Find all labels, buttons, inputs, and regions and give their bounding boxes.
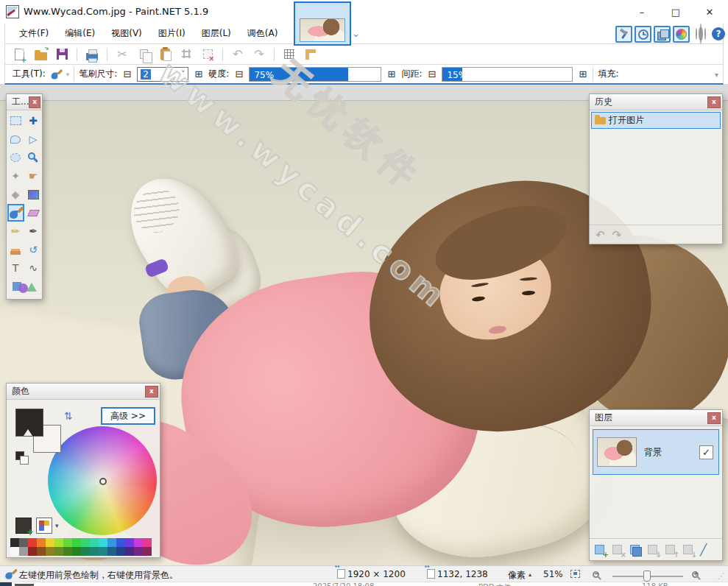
color-wheel-selector[interactable]	[99, 478, 107, 485]
palette-swatch[interactable]	[63, 547, 72, 556]
palette-swatch[interactable]	[72, 538, 81, 547]
spacing-increase-button[interactable]: ⊞	[577, 68, 588, 80]
swap-colors-icon[interactable]: ⇅	[64, 410, 73, 422]
palette-swatch[interactable]	[99, 547, 107, 556]
print-button[interactable]	[84, 46, 100, 63]
save-button[interactable]	[54, 46, 70, 63]
maximize-button[interactable]: □	[659, 0, 693, 24]
menu-item-0[interactable]: 文件(F)	[11, 24, 57, 43]
zoom-slider-thumb[interactable]	[643, 571, 651, 582]
palette-swatch[interactable]	[63, 538, 72, 547]
advanced-colors-button[interactable]: 高级 >>	[101, 407, 155, 425]
redo-button[interactable]: ↷	[251, 46, 267, 63]
close-button[interactable]: ✕	[693, 0, 727, 24]
primary-color-swatch[interactable]	[15, 409, 43, 437]
lasso-select-tool[interactable]	[7, 130, 24, 148]
current-tool-brush-icon[interactable]	[51, 69, 60, 79]
reset-colors-icon[interactable]	[15, 451, 24, 460]
palette-swatch[interactable]	[116, 547, 125, 556]
palette-swatch[interactable]	[54, 538, 63, 547]
paintbrush-tool[interactable]	[7, 204, 24, 222]
palette-swatch[interactable]	[19, 547, 28, 556]
layer-visibility-checkbox[interactable]: ✓	[699, 445, 713, 459]
paint-bucket-tool[interactable]: ◆	[7, 186, 24, 203]
shapes-tool[interactable]	[7, 278, 42, 295]
menu-item-1[interactable]: 编辑(E)	[57, 24, 103, 43]
palette-swatch[interactable]	[81, 547, 90, 556]
minimize-button[interactable]: –	[625, 0, 659, 24]
fit-window-button[interactable]	[570, 569, 580, 579]
palette-swatch[interactable]	[54, 547, 63, 556]
palette-swatch[interactable]	[99, 538, 107, 547]
crop-button[interactable]	[178, 46, 194, 63]
copy-button[interactable]	[135, 46, 152, 63]
palette-swatch[interactable]	[10, 547, 19, 556]
eraser-tool[interactable]	[25, 204, 42, 222]
duplicate-layer-button[interactable]	[629, 543, 643, 557]
color-picker-tool[interactable]: ✒	[25, 222, 42, 240]
add-color-button[interactable]	[15, 518, 32, 534]
palette-swatch[interactable]	[143, 547, 152, 556]
unit-selector[interactable]: 像素▴	[508, 569, 531, 582]
image-tab[interactable]	[294, 1, 351, 46]
history-undo-button[interactable]: ↶	[596, 228, 605, 241]
tools-panel-toggle[interactable]	[615, 26, 632, 43]
spacing-slider[interactable]: 15%	[442, 67, 573, 82]
zoom-tool[interactable]	[25, 149, 42, 166]
ellipse-select-tool[interactable]	[7, 149, 24, 166]
pan-tool[interactable]: ☛	[25, 167, 42, 185]
palette-swatch[interactable]	[134, 547, 143, 556]
layers-panel-toggle[interactable]	[654, 26, 671, 43]
add-layer-button[interactable]: +	[594, 543, 608, 557]
palette-swatch[interactable]	[116, 538, 125, 547]
layer-row-background[interactable]: 背景 ✓	[593, 429, 719, 475]
palette-button[interactable]	[36, 518, 52, 534]
palette-swatch[interactable]	[134, 538, 143, 547]
toolbar-overflow-chevron-icon[interactable]: ▾	[715, 71, 718, 79]
palette-swatch[interactable]	[81, 538, 90, 547]
palette-swatch[interactable]	[90, 538, 99, 547]
history-redo-button[interactable]: ↷	[612, 228, 622, 241]
brush-size-increase-button[interactable]: ⊞	[193, 68, 204, 80]
paste-button[interactable]	[157, 46, 173, 63]
cut-button[interactable]: ✂	[114, 46, 130, 63]
history-item-0[interactable]: 打开图片	[591, 112, 721, 129]
menu-item-5[interactable]: 调色(A)	[239, 24, 286, 43]
palette-swatch[interactable]	[28, 538, 37, 547]
deselect-button[interactable]	[199, 46, 216, 63]
palette-swatch[interactable]	[143, 538, 152, 547]
menu-item-2[interactable]: 视图(V)	[103, 24, 150, 43]
ruler-button[interactable]	[303, 46, 319, 63]
palette-swatch[interactable]	[125, 547, 134, 556]
hardness-increase-button[interactable]: ⊞	[386, 68, 397, 80]
palette-swatch[interactable]	[46, 547, 54, 556]
open-button[interactable]	[32, 46, 49, 63]
grid-button[interactable]	[281, 46, 297, 63]
colors-panel-toggle[interactable]	[673, 26, 690, 43]
recolor-tool[interactable]: ↺	[25, 241, 42, 258]
layers-panel-close-button[interactable]: x	[707, 412, 721, 424]
undo-button[interactable]: ↶	[230, 46, 246, 63]
palette-swatch[interactable]	[107, 538, 116, 547]
gradient-tool[interactable]	[25, 186, 42, 203]
palette-chevron-icon[interactable]: ▾	[55, 522, 59, 529]
palette-swatch[interactable]	[10, 538, 19, 547]
line-curve-tool[interactable]: ∿	[25, 259, 42, 277]
rectangle-select-tool[interactable]	[7, 112, 24, 130]
palette-swatch[interactable]	[107, 547, 116, 556]
resize-grip[interactable]: ⋰	[718, 572, 726, 580]
palette-swatch[interactable]	[125, 538, 134, 547]
history-panel-toggle[interactable]	[635, 26, 651, 43]
spacing-decrease-button[interactable]: ⊟	[426, 68, 437, 80]
palette-swatch[interactable]	[19, 538, 28, 547]
combo-chevron-icon[interactable]: ˅	[181, 70, 185, 78]
move-selection-tool[interactable]: ▷	[25, 130, 42, 148]
tools-panel-close-button[interactable]: x	[29, 96, 40, 108]
palette-swatch[interactable]	[37, 547, 46, 556]
menu-item-4[interactable]: 图层(L)	[194, 24, 239, 43]
hardness-decrease-button[interactable]: ⊟	[233, 68, 244, 80]
zoom-out-button[interactable]: −	[593, 569, 599, 579]
settings-button[interactable]	[696, 29, 706, 39]
zoom-in-button[interactable]: +	[692, 569, 699, 579]
new-file-button[interactable]	[11, 46, 27, 63]
